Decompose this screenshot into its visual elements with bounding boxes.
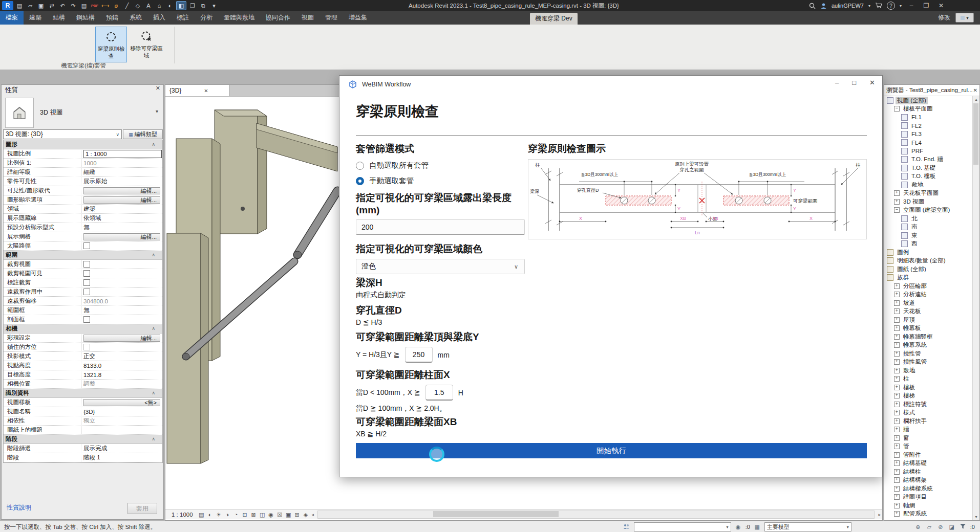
tree-item[interactable]: +天花板平面圖 [884, 189, 973, 198]
property-value[interactable]: 編輯... [81, 232, 162, 241]
property-section-header[interactable]: 識別資料∧ [4, 389, 162, 398]
property-value[interactable]: 編輯... [81, 186, 162, 195]
section-box-icon[interactable]: ◧ [176, 1, 186, 10]
property-section-header[interactable]: 圖形∧ [4, 140, 162, 149]
tree-item[interactable]: +樓板 [884, 383, 973, 392]
expand-icon[interactable]: + [894, 503, 900, 508]
expand-icon[interactable]: + [894, 368, 900, 373]
expand-icon[interactable]: + [894, 300, 900, 306]
tree-item[interactable]: +配管系統 [884, 510, 973, 519]
rendering-icon[interactable]: ◔ [232, 512, 241, 518]
checkbox-icon[interactable] [83, 316, 90, 323]
analytical-model-icon[interactable]: ▣ [284, 512, 293, 518]
select-pinned-icon[interactable]: ⊘ [936, 524, 945, 530]
new-document-icon[interactable]: ▤ [15, 2, 24, 10]
tree-item[interactable]: T.O. Fnd. 牆 [884, 156, 973, 164]
property-value[interactable]: 細緻 [81, 168, 162, 176]
revit-logo[interactable]: R [2, 1, 13, 10]
search-icon[interactable] [809, 3, 816, 9]
tree-item[interactable]: +管 [884, 442, 973, 451]
tree-item[interactable]: +管附件 [884, 451, 973, 459]
expand-icon[interactable]: + [894, 486, 900, 492]
ribbon-tab-10[interactable]: 量體與敷地 [218, 11, 260, 25]
property-value[interactable]: 階段 1 [81, 453, 162, 462]
property-section-header[interactable]: 階段∧ [4, 435, 162, 444]
property-edit-button[interactable]: 編輯... [83, 335, 160, 342]
scroll-right-icon[interactable]: ▸ [877, 512, 882, 517]
property-value[interactable]: 編輯... [81, 195, 162, 204]
property-value[interactable] [81, 287, 162, 296]
property-value[interactable]: 建築 [81, 205, 162, 213]
property-value[interactable]: 無 [81, 306, 162, 315]
property-value[interactable]: 編輯... [81, 334, 162, 342]
tile-windows-icon[interactable]: ⧉ [199, 2, 208, 10]
ribbon-tab-12[interactable]: 視圖 [296, 11, 319, 25]
ribbon-tab-3[interactable]: 結構 [47, 11, 71, 25]
checkbox-icon[interactable] [83, 279, 90, 286]
redo-icon[interactable]: ↷ [69, 2, 78, 10]
dialog-title-bar[interactable]: WeBIM Workflow [339, 76, 882, 93]
tree-item[interactable]: +撓性風管 [884, 358, 973, 367]
expand-icon[interactable]: + [894, 385, 900, 390]
ribbon-tab-8[interactable]: 標註 [171, 11, 195, 25]
help-icon[interactable]: ? [887, 2, 895, 10]
ribbon-tab-5[interactable]: 預鑄 [100, 11, 124, 25]
sun-path-icon[interactable]: ☀ [215, 512, 223, 518]
sync-with-central-icon[interactable]: ⇄ [47, 2, 56, 10]
scroll-up-icon[interactable]: ▴ [973, 97, 979, 102]
tree-item[interactable]: +天花板 [884, 307, 973, 316]
tree-item[interactable]: +樣式 [884, 409, 973, 417]
property-value[interactable] [81, 260, 162, 269]
property-value[interactable]: 調整 [81, 380, 162, 388]
expand-icon[interactable]: + [894, 342, 900, 348]
property-value[interactable] [81, 315, 162, 324]
tree-item[interactable]: +敷地 [884, 366, 973, 375]
property-section-header[interactable]: 範圍∧ [4, 251, 162, 260]
tree-item[interactable]: FL4 [884, 139, 973, 147]
modify-combo[interactable]: ▾ [955, 13, 974, 23]
tree-item[interactable]: PRF [884, 147, 973, 156]
default-3d-view-icon[interactable]: ⌂ [155, 2, 164, 10]
ribbon-tab-9[interactable]: 分析 [195, 11, 218, 25]
apply-button[interactable]: 套用 [127, 503, 157, 514]
property-input[interactable]: 1 : 1000 [83, 150, 162, 158]
ribbon-tab-1[interactable]: 檔案 [0, 11, 24, 25]
view-tab-3d[interactable]: {3D}✕ [165, 85, 229, 96]
help-dropdown-icon[interactable]: ▾ [900, 4, 902, 8]
type-preview[interactable] [5, 98, 34, 128]
print-icon[interactable]: ▤ [79, 2, 89, 10]
editing-requests-icon[interactable]: ◉ [734, 524, 742, 530]
tree-item[interactable]: FL3 [884, 130, 973, 139]
aligned-dimension-icon[interactable]: ⟷ [101, 2, 110, 10]
select-underlay-icon[interactable]: ▱ [925, 524, 933, 530]
filter-icon[interactable] [959, 524, 967, 530]
property-value[interactable]: 獨立 [81, 416, 162, 425]
ribbon-tab-2[interactable]: 建築 [24, 11, 47, 25]
minimize-button[interactable]: – [906, 2, 917, 9]
tree-item[interactable]: 視圖 (全部) [884, 96, 973, 105]
ribbon-tab-14[interactable]: 增益集 [343, 11, 373, 25]
expand-icon[interactable]: + [894, 494, 900, 500]
property-value[interactable]: 展示原始 [81, 177, 162, 186]
tree-item[interactable]: +牆 [884, 426, 973, 434]
expand-icon[interactable]: + [894, 477, 900, 483]
type-dropdown-icon[interactable]: ▾ [156, 108, 158, 114]
expand-icon[interactable]: + [894, 410, 900, 415]
tree-item[interactable]: 族群 [884, 274, 973, 282]
diameter-dimension-icon[interactable]: ⌀ [112, 2, 121, 10]
expand-icon[interactable]: + [894, 359, 900, 365]
tree-item[interactable]: +坡道 [884, 299, 973, 307]
active-workset-combo[interactable]: ▾ [634, 522, 731, 531]
tree-item[interactable]: +帷幕牆豎框 [884, 332, 973, 341]
properties-help-link[interactable]: 性質說明 [7, 503, 31, 512]
expand-icon[interactable]: + [894, 325, 900, 331]
tree-item[interactable]: 北 [884, 214, 973, 223]
scroll-left-icon[interactable]: ◂ [310, 512, 316, 517]
temporary-hide-isolate-icon[interactable]: ◫ [258, 512, 267, 518]
property-value[interactable] [81, 426, 162, 434]
exposed-length-input[interactable]: 200 [356, 219, 525, 235]
tree-item[interactable]: +分區輪廓 [884, 282, 973, 291]
restore-button[interactable]: ❐ [921, 2, 931, 9]
tree-item[interactable]: +詳圖項目 [884, 493, 973, 502]
ribbon-tab-4[interactable]: 鋼結構 [71, 11, 100, 25]
